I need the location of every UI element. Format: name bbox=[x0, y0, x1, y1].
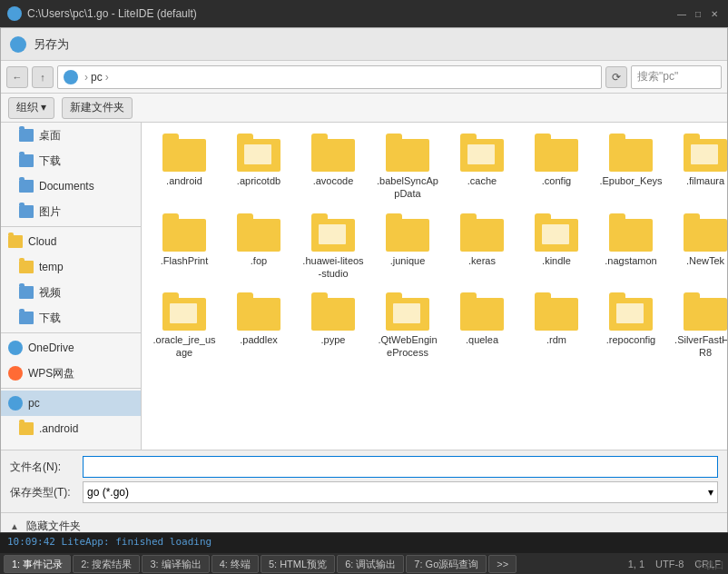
file-name: .repoconfig bbox=[606, 333, 655, 346]
file-item[interactable]: .repoconfig bbox=[595, 289, 666, 365]
file-name: .quelea bbox=[466, 333, 498, 346]
file-item[interactable]: .Epubor_Keys bbox=[595, 130, 666, 206]
status-tab-3[interactable]: 4: 终端 bbox=[212, 555, 259, 573]
window-controls: — □ ✕ bbox=[675, 7, 721, 20]
file-item[interactable]: .filmaura bbox=[670, 130, 727, 206]
status-tab-2[interactable]: 3: 编译输出 bbox=[142, 555, 209, 573]
cloud-folder-icon bbox=[8, 235, 23, 248]
status-tab-1[interactable]: 2: 搜索结果 bbox=[73, 555, 140, 573]
status-tab-6[interactable]: 7: Go源码查询 bbox=[406, 555, 487, 573]
organize-button[interactable]: 组织 ▾ bbox=[8, 97, 54, 119]
download2-folder-icon bbox=[19, 312, 34, 324]
file-name: .pype bbox=[321, 333, 346, 346]
filetype-row: 保存类型(T): go (*.go) ▾ bbox=[10, 481, 718, 503]
bottom-section: 文件名(N): 保存类型(T): go (*.go) ▾ bbox=[1, 450, 727, 512]
file-name: .android bbox=[166, 174, 202, 187]
new-folder-button[interactable]: 新建文件夹 bbox=[62, 97, 133, 119]
file-name: .NewTek bbox=[686, 254, 724, 267]
desktop-folder-icon bbox=[19, 129, 34, 142]
status-tab-7[interactable]: >> bbox=[488, 555, 516, 573]
file-item[interactable]: .rdm bbox=[521, 289, 592, 365]
file-item[interactable]: .paddlex bbox=[223, 289, 294, 365]
file-name: .rdm bbox=[546, 333, 566, 346]
file-grid: .android.apricotdb.avocode.babelSyncAppD… bbox=[142, 123, 727, 372]
main-area: 桌面 下载 Documents 图片 Cloud temp bbox=[1, 123, 727, 450]
path-current: pc bbox=[91, 71, 103, 84]
file-item[interactable]: .QtWebEngineProcess bbox=[372, 289, 443, 365]
sidebar-item-temp[interactable]: temp bbox=[1, 254, 141, 280]
maximize-button[interactable]: □ bbox=[692, 7, 704, 20]
file-item[interactable]: .nagstamon bbox=[595, 210, 666, 286]
file-name: .QtWebEngineProcess bbox=[376, 333, 439, 360]
status-tab-5[interactable]: 6: 调试输出 bbox=[337, 555, 404, 573]
search-box[interactable]: 搜索"pc" bbox=[631, 65, 722, 89]
file-item[interactable]: .avocode bbox=[298, 130, 369, 206]
sidebar-item-pictures[interactable]: 图片 bbox=[1, 199, 141, 224]
sidebar: 桌面 下载 Documents 图片 Cloud temp bbox=[1, 123, 142, 450]
sidebar-item-download2[interactable]: 下载 bbox=[1, 305, 141, 331]
path-user-icon bbox=[64, 70, 78, 84]
sidebar-item-wps[interactable]: WPS网盘 bbox=[1, 361, 141, 386]
dialog-icon bbox=[10, 36, 26, 53]
sidebar-separator-1 bbox=[1, 226, 141, 227]
file-item[interactable]: .huawei-liteos-studio bbox=[298, 210, 369, 286]
file-item[interactable]: .keras bbox=[447, 210, 517, 286]
file-item[interactable]: .FlashPrint bbox=[149, 210, 220, 286]
file-item[interactable]: .babelSyncAppData bbox=[372, 130, 443, 206]
back-button[interactable]: ← bbox=[6, 66, 28, 88]
onedrive-icon bbox=[8, 341, 23, 355]
file-item[interactable]: .quelea bbox=[447, 289, 517, 365]
sidebar-item-videos[interactable]: 视频 bbox=[1, 280, 141, 305]
status-tab-0[interactable]: 1: 事件记录 bbox=[4, 555, 71, 573]
watermark: 下载口 bbox=[694, 559, 724, 572]
sidebar-item-android[interactable]: .android bbox=[1, 416, 141, 441]
sidebar-item-download1[interactable]: 下载 bbox=[1, 148, 141, 173]
dropdown-arrow-icon: ▾ bbox=[708, 486, 713, 499]
status-bar: 10:09:42 LiteApp: finished loading 1: 事件… bbox=[0, 532, 728, 574]
filename-input[interactable] bbox=[83, 456, 718, 478]
file-name: .oracle_jre_usage bbox=[152, 333, 216, 360]
status-tab-4[interactable]: 5: HTML预览 bbox=[261, 555, 335, 573]
file-grid-area: .android.apricotdb.avocode.babelSyncAppD… bbox=[142, 123, 727, 450]
file-item[interactable]: .kindle bbox=[521, 210, 592, 286]
file-name: .apricotdb bbox=[237, 174, 280, 187]
sidebar-separator-2 bbox=[1, 332, 141, 333]
file-item[interactable]: .fop bbox=[223, 210, 294, 286]
file-item[interactable]: .cache bbox=[447, 130, 517, 206]
file-item[interactable]: .oracle_jre_usage bbox=[149, 289, 220, 365]
sidebar-separator-3 bbox=[1, 388, 141, 389]
status-log: 10:09:42 LiteApp: finished loading bbox=[0, 533, 728, 553]
toolbar: 组织 ▾ 新建文件夹 bbox=[1, 94, 727, 123]
address-path[interactable]: › pc › bbox=[57, 65, 602, 89]
sidebar-item-pc[interactable]: pc bbox=[1, 391, 141, 416]
window-title: C:\Users\pc\1.go - LiteIDE (default) bbox=[27, 7, 675, 20]
filetype-select[interactable]: go (*.go) ▾ bbox=[83, 481, 718, 503]
minimize-button[interactable]: — bbox=[675, 7, 688, 20]
file-item[interactable]: .pype bbox=[298, 289, 369, 365]
up-button[interactable]: ↑ bbox=[32, 66, 54, 88]
file-item[interactable]: .config bbox=[521, 130, 592, 206]
dialog-title-text: 另存为 bbox=[34, 36, 69, 53]
filetype-label: 保存类型(T): bbox=[10, 485, 83, 500]
dialog-title-bar: 另存为 bbox=[1, 28, 727, 61]
filename-label: 文件名(N): bbox=[10, 460, 83, 475]
filename-row: 文件名(N): bbox=[10, 456, 718, 478]
sidebar-item-documents[interactable]: Documents bbox=[1, 173, 141, 199]
file-item[interactable]: .SilverFastHDR8 bbox=[670, 289, 727, 365]
close-button[interactable]: ✕ bbox=[708, 7, 721, 20]
file-item[interactable]: .junique bbox=[372, 210, 443, 286]
save-dialog: 另存为 ← ↑ › pc › ⟳ 搜索"pc" 组织 ▾ 新建文件夹 bbox=[0, 27, 728, 574]
file-name: .FlashPrint bbox=[161, 254, 209, 267]
file-item[interactable]: .apricotdb bbox=[223, 130, 294, 206]
refresh-button[interactable]: ⟳ bbox=[605, 66, 627, 88]
file-item[interactable]: .NewTek bbox=[670, 210, 727, 286]
sidebar-item-cloud[interactable]: Cloud bbox=[1, 229, 141, 254]
sidebar-item-desktop[interactable]: 桌面 bbox=[1, 123, 141, 148]
status-tabs: 1: 事件记录2: 搜索结果3: 编译输出4: 终端5: HTML预览6: 调试… bbox=[0, 553, 728, 574]
file-name: .kindle bbox=[542, 254, 571, 267]
file-name: .paddlex bbox=[240, 333, 278, 346]
file-name: .nagstamon bbox=[605, 254, 656, 267]
file-item[interactable]: .android bbox=[149, 130, 220, 206]
file-name: .filmaura bbox=[686, 174, 724, 187]
sidebar-item-onedrive[interactable]: OneDrive bbox=[1, 335, 141, 361]
